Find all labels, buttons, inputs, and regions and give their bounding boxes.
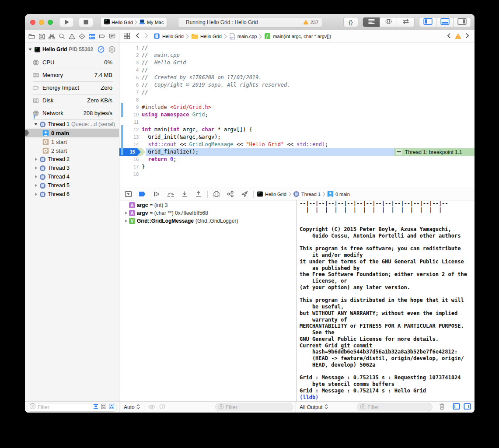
quicklook-icon[interactable] (148, 403, 156, 411)
code-line-16[interactable]: 16 return 0; (119, 156, 475, 163)
filter-flatten-icon[interactable] (93, 403, 99, 411)
code-line-11[interactable]: 11 (119, 119, 475, 126)
console-view[interactable]: --|--|--|--|--|--|--|--|--|--|--|--|--|-… (297, 200, 475, 401)
standard-editor-button[interactable] (363, 18, 380, 27)
line-number[interactable]: 18 (119, 171, 139, 178)
zoom-button[interactable] (48, 20, 53, 25)
code-line-2[interactable]: 2// main.cpp (119, 52, 475, 59)
navigator-tab-report-navigator[interactable] (107, 31, 117, 42)
variables-scope-popup[interactable]: Auto (124, 404, 140, 411)
code-line-6[interactable]: 6// Copyright © 2019 sopa. All rights re… (119, 81, 475, 89)
console-output-popup[interactable]: All Output (300, 404, 328, 411)
code-line-15[interactable]: 15Thread 1: breakpoint 1.1 Grid_finalize… (119, 148, 475, 156)
thread-row-thread-3[interactable]: Thread 3 (25, 164, 119, 172)
debug-view-hierarchy-button[interactable] (211, 189, 222, 199)
disclosure-right-icon[interactable] (34, 192, 38, 196)
navigator-filter-field[interactable]: Filter (27, 403, 117, 412)
toggle-navigator-button[interactable] (419, 18, 436, 27)
stack-frame-2[interactable]: 2 start (25, 146, 119, 155)
console-filter-field[interactable]: Filter (357, 403, 433, 411)
jump-crumb-1[interactable]: Hello Grid (191, 33, 222, 39)
thread-row-thread-5[interactable]: Thread 5 (25, 181, 119, 190)
navigator-tab-breakpoint-navigator[interactable] (97, 31, 107, 42)
hide-debug-area-button[interactable] (123, 189, 134, 199)
back-button[interactable] (136, 33, 140, 39)
navigator-tab-debug-navigator[interactable] (87, 31, 97, 42)
breakpoints-toggle-button[interactable] (137, 189, 148, 199)
clear-console-button[interactable] (439, 403, 445, 412)
line-number[interactable]: 5 (119, 74, 139, 81)
code-line-18[interactable]: 18 (119, 171, 475, 178)
disclosure-right-icon[interactable] (124, 219, 128, 223)
issue-warning-icon[interactable] (455, 33, 461, 40)
previous-issue-button[interactable] (447, 33, 451, 39)
step-out-button[interactable] (193, 189, 204, 199)
debug-memory-graph-button[interactable] (225, 189, 236, 199)
variables-filter-field[interactable]: Filter (215, 403, 293, 411)
filter-queues-icon[interactable] (108, 403, 115, 411)
thread-row-thread-4[interactable]: Thread 4 (25, 172, 119, 181)
line-number[interactable]: 2 (119, 52, 139, 59)
navigator-tab-test-navigator[interactable] (77, 31, 87, 42)
related-items-icon[interactable] (123, 32, 130, 40)
debug-crumb-0[interactable]: Hello Grid (257, 191, 286, 197)
gauge-row-disk[interactable]: DiskZero KB/s (25, 94, 119, 107)
next-issue-button[interactable] (465, 33, 469, 39)
sidebar-divider[interactable] (119, 30, 119, 413)
source-editor[interactable]: 1//2// main.cpp3// Hello Grid4//5// Crea… (119, 43, 475, 188)
line-number[interactable]: 7 (119, 89, 139, 96)
disclosure-right-icon[interactable] (124, 211, 128, 215)
jump-crumb-3[interactable]: fmain(int argc, char * argv[]) (264, 33, 331, 39)
continue-button[interactable] (151, 189, 162, 199)
thread-row-thread-6[interactable]: Thread 6 (25, 190, 119, 199)
stack-frame-1[interactable]: 1 start (25, 137, 119, 146)
run-button[interactable] (59, 17, 74, 27)
line-number[interactable]: 6 (119, 81, 139, 89)
line-number[interactable]: 3 (119, 59, 139, 66)
gauge-row-energy-impact[interactable]: Energy ImpactZero (25, 81, 119, 94)
toggle-console-button[interactable] (464, 403, 471, 412)
code-line-8[interactable]: 8 (119, 96, 475, 104)
disclosure-down-icon[interactable] (34, 122, 38, 126)
disclosure-right-icon[interactable] (34, 166, 38, 170)
gauge-row-cpu[interactable]: CPU0% (25, 56, 119, 69)
info-icon[interactable] (159, 403, 165, 411)
simulate-location-button[interactable] (239, 189, 250, 199)
variable-row-argv[interactable]: Aargv= (char **) 0x7ffeefbff568 (119, 209, 296, 217)
code-line-17[interactable]: 17} (119, 163, 475, 171)
debug-crumb-1[interactable]: Thread 1 (293, 191, 321, 197)
jump-crumb-2[interactable]: c+main.cpp (229, 33, 257, 40)
code-line-14[interactable]: 14 std::cout << GridLogMessage << "Hello… (119, 141, 475, 148)
disclosure-right-icon[interactable] (34, 183, 38, 188)
code-line-10[interactable]: 10using namespace Grid; (119, 111, 475, 119)
code-line-3[interactable]: 3// Hello Grid (119, 59, 475, 66)
stack-frame-0[interactable]: 0 main (25, 129, 119, 137)
step-over-button[interactable] (165, 189, 176, 199)
gauge-row-network[interactable]: Network208 bytes/s (25, 107, 119, 119)
thread-row-thread-2[interactable]: Thread 2 (25, 155, 119, 164)
jump-crumb-0[interactable]: Hello Grid (154, 33, 184, 39)
code-line-12[interactable]: 12int main(int argc, char * argv[]) { (119, 126, 475, 133)
navigator-tab-find-navigator[interactable] (57, 31, 67, 42)
navigator-tab-source-control-navigator[interactable] (37, 31, 47, 42)
code-line-13[interactable]: 13 Grid_init(&argc,&argv); (119, 133, 475, 141)
debug-crumb-2[interactable]: 0 main (327, 191, 350, 197)
forward-button[interactable] (144, 33, 148, 39)
toggle-debug-area-button[interactable] (436, 18, 454, 27)
variable-row-Grid::GridLogMessage[interactable]: VGrid::GridLogMessage(Grid::GridLogger) (119, 217, 296, 225)
navigator-tab-project-navigator[interactable] (27, 31, 37, 42)
line-number[interactable]: 17 (119, 163, 139, 171)
code-line-4[interactable]: 4// (119, 66, 475, 74)
warning-count-badge[interactable]: 237 (303, 19, 318, 25)
close-button[interactable] (30, 20, 35, 25)
disclosure-right-icon[interactable] (34, 175, 38, 179)
line-number[interactable]: 16 (119, 156, 139, 163)
line-number[interactable]: 4 (119, 66, 139, 74)
profile-gauge-button[interactable] (98, 46, 105, 53)
variable-row-argc[interactable]: Aargc= (int) 3 (119, 201, 296, 209)
filter-threads-icon[interactable] (101, 403, 107, 411)
view-process-by-button[interactable] (108, 46, 115, 53)
code-line-1[interactable]: 1// (119, 44, 475, 52)
step-into-button[interactable] (179, 189, 190, 199)
navigator-tab-issue-navigator[interactable] (67, 31, 77, 42)
